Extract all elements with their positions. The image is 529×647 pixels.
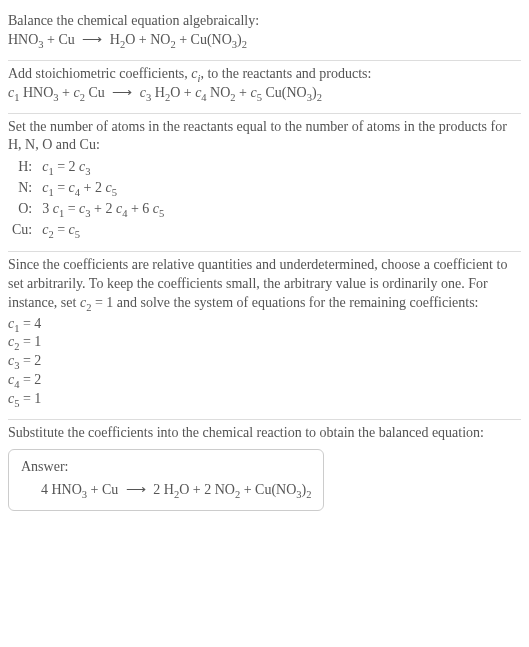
atom-row-h: H: c1 = 2 c3: [8, 157, 168, 178]
arrow-icon: ⟶: [122, 481, 150, 500]
coeff-line: c4 = 2: [8, 371, 521, 390]
eq-part: O + 2 NO: [179, 482, 235, 497]
eq-part: HNO: [19, 85, 53, 100]
arrow-icon: ⟶: [108, 84, 136, 103]
intro-line: Balance the chemical equation algebraica…: [8, 12, 521, 31]
answer-intro: Substitute the coefficients into the che…: [8, 424, 521, 443]
element-label: H:: [8, 157, 38, 178]
answer-box: Answer: 4 HNO3 + Cu ⟶ 2 H2O + 2 NO2 + Cu…: [8, 449, 324, 511]
eq-part: H: [106, 32, 120, 47]
eq-part: +: [236, 85, 251, 100]
eq-part: Cu(NO: [262, 85, 307, 100]
element-label: Cu:: [8, 220, 38, 241]
coeff-line: c5 = 1: [8, 390, 521, 409]
section-intro: Balance the chemical equation algebraica…: [8, 8, 521, 61]
stoich-equation: c1 HNO3 + c2 Cu ⟶ c3 H2O + c4 NO2 + c5 C…: [8, 84, 521, 103]
section-stoich: Add stoichiometric coefficients, ci, to …: [8, 61, 521, 114]
atom-row-cu: Cu: c2 = c5: [8, 220, 168, 241]
atom-eq: 3 c1 = c3 + 2 c4 + 6 c5: [38, 199, 168, 220]
atom-row-n: N: c1 = c4 + 2 c5: [8, 178, 168, 199]
coeff-list: c1 = 4 c2 = 1 c3 = 2 c4 = 2 c5 = 1: [8, 315, 521, 409]
coeff-line: c2 = 1: [8, 333, 521, 352]
section-solve: Since the coefficients are relative quan…: [8, 252, 521, 420]
atoms-line: Set the number of atoms in the reactants…: [8, 118, 521, 156]
eq-part: + Cu(NO: [240, 482, 296, 497]
text: Add stoichiometric coefficients,: [8, 66, 191, 81]
eq-part: H: [151, 85, 165, 100]
eq-part: +: [59, 85, 74, 100]
atom-eq: c2 = c5: [38, 220, 168, 241]
atom-table: H: c1 = 2 c3 N: c1 = c4 + 2 c5 O: 3 c1 =…: [8, 157, 168, 241]
text: , to the reactants and products:: [200, 66, 371, 81]
coeff: c: [136, 85, 146, 100]
eq-part: O +: [170, 85, 195, 100]
sub: 2: [306, 489, 311, 500]
element-label: N:: [8, 178, 38, 199]
atom-eq: c1 = 2 c3: [38, 157, 168, 178]
arrow-icon: ⟶: [78, 31, 106, 50]
text: = 1 and solve the system of equations fo…: [91, 295, 478, 310]
element-label: O:: [8, 199, 38, 220]
coeff-line: c3 = 2: [8, 352, 521, 371]
atom-row-o: O: 3 c1 = c3 + 2 c4 + 6 c5: [8, 199, 168, 220]
eq-part: 4 HNO: [41, 482, 82, 497]
answer-equation: 4 HNO3 + Cu ⟶ 2 H2O + 2 NO2 + Cu(NO3)2: [21, 481, 311, 500]
eq-part: + Cu: [87, 482, 122, 497]
sub: 2: [317, 91, 322, 102]
solve-paragraph: Since the coefficients are relative quan…: [8, 256, 521, 313]
section-atoms: Set the number of atoms in the reactants…: [8, 114, 521, 252]
eq-part: O + NO: [125, 32, 170, 47]
stoich-line: Add stoichiometric coefficients, ci, to …: [8, 65, 521, 84]
eq-part: + Cu(NO: [176, 32, 232, 47]
eq-part: 2 H: [150, 482, 174, 497]
eq-part: Cu: [85, 85, 108, 100]
answer-label: Answer:: [21, 458, 311, 477]
eq-sub: 2: [242, 39, 247, 50]
eq-part: HNO: [8, 32, 38, 47]
section-answer: Substitute the coefficients into the che…: [8, 420, 521, 521]
eq-part: NO: [207, 85, 231, 100]
atom-eq: c1 = c4 + 2 c5: [38, 178, 168, 199]
eq-part: + Cu: [44, 32, 79, 47]
coeff-line: c1 = 4: [8, 315, 521, 334]
intro-equation: HNO3 + Cu ⟶ H2O + NO2 + Cu(NO3)2: [8, 31, 521, 50]
